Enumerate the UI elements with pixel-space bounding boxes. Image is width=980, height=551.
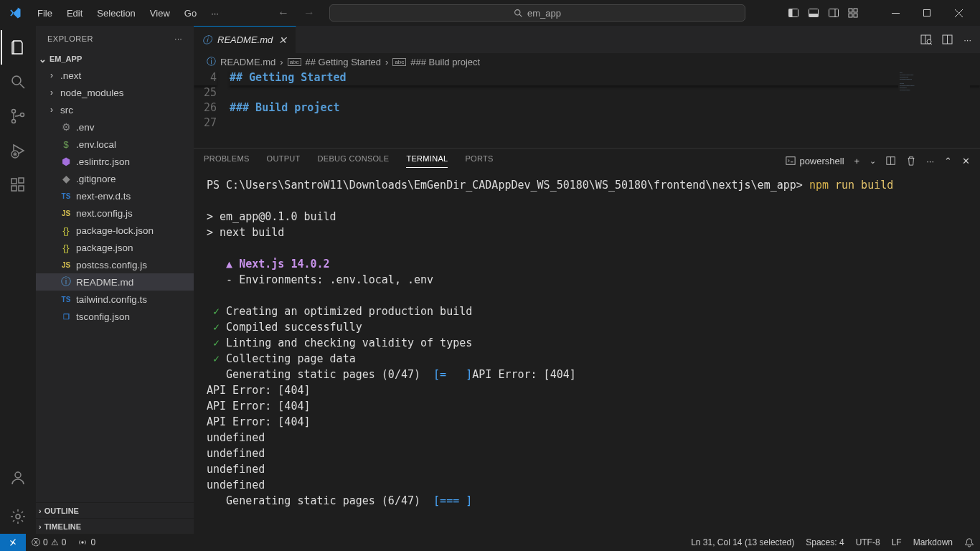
file-next-env[interactable]: TSnext-env.d.ts — [36, 187, 194, 204]
project-root[interactable]: ⌄ EM_APP — [36, 51, 194, 67]
window-minimize-icon[interactable] — [880, 0, 911, 26]
status-spaces[interactable]: Spaces: 4 — [800, 537, 849, 547]
svg-rect-10 — [849, 14, 852, 17]
svg-rect-26 — [19, 178, 24, 183]
editor-tabs: ⓘ README.md ✕ ··· — [194, 26, 980, 53]
panel-tab-problems[interactable]: PROBLEMS — [204, 154, 250, 167]
status-language[interactable]: Markdown — [908, 537, 958, 547]
svg-rect-25 — [19, 186, 24, 191]
sidebar-explorer: EXPLORER ··· ⌄ EM_APP ›.next ›node_modul… — [36, 26, 194, 534]
file-postcss[interactable]: JSpostcss.config.js — [36, 256, 194, 273]
svg-rect-11 — [854, 14, 857, 17]
svg-point-27 — [15, 472, 21, 478]
vscode-logo — [9, 6, 23, 20]
chevron-up-icon[interactable]: ⌃ — [944, 156, 952, 166]
terminal-kill-icon[interactable] — [906, 156, 916, 166]
activity-settings-icon[interactable] — [1, 499, 35, 534]
outline-section[interactable]: ›OUTLINE — [36, 502, 194, 518]
warning-icon: ⚠ — [51, 537, 59, 547]
menu-edit[interactable]: Edit — [61, 5, 88, 22]
nav-back-icon[interactable]: ← — [278, 6, 289, 19]
activity-account-icon[interactable] — [1, 461, 35, 495]
file-env-local[interactable]: $.env.local — [36, 136, 194, 153]
command-center-search[interactable]: em_app — [329, 4, 745, 22]
file-tsconfig[interactable]: ❒tsconfig.json — [36, 308, 194, 325]
chevron-right-icon: › — [39, 507, 42, 515]
chevron-right-icon: › — [47, 105, 56, 115]
file-readme[interactable]: ⓘREADME.md — [36, 273, 194, 291]
file-package-lock[interactable]: {}package-lock.json — [36, 222, 194, 239]
window-close-icon[interactable] — [943, 0, 974, 26]
layout-toggle-left-icon[interactable] — [785, 4, 802, 22]
close-icon[interactable]: ✕ — [962, 156, 970, 166]
terminal-new-icon[interactable]: + — [854, 156, 860, 166]
breadcrumb[interactable]: ⓘ README.md › abc ## Getting Started › a… — [194, 53, 980, 70]
terminal-content[interactable]: PS C:\Users\SantroW11\Downloads\EmGenDir… — [194, 173, 980, 534]
git-icon: ◆ — [60, 173, 72, 184]
bell-icon[interactable] — [958, 537, 980, 547]
status-encoding[interactable]: UTF-8 — [850, 537, 886, 547]
file-gitignore[interactable]: ◆.gitignore — [36, 170, 194, 187]
explorer-more-icon[interactable]: ··· — [174, 34, 182, 43]
folder-src[interactable]: ›src — [36, 101, 194, 118]
window-maximize-icon[interactable] — [911, 0, 943, 26]
activity-scm-icon[interactable] — [1, 99, 35, 133]
code-line: ### Build project — [230, 101, 340, 114]
minimap[interactable]: ▬▬▬▬▬▬▬▬▬▬▬▬▬▬▬▬▬▬▬▬▬▬▬▬▬▬▬▬▬▬▬▬▬▬▬▬▬▬▬▬… — [898, 70, 970, 148]
layout-customize-icon[interactable] — [845, 4, 862, 22]
folder-node-modules[interactable]: ›node_modules — [36, 84, 194, 101]
svg-line-17 — [20, 84, 24, 88]
panel-tab-ports[interactable]: PORTS — [465, 154, 493, 167]
tab-readme[interactable]: ⓘ README.md ✕ — [194, 26, 296, 53]
activity-explorer-icon[interactable] — [1, 30, 35, 65]
more-icon[interactable]: ··· — [963, 34, 971, 45]
file-package[interactable]: {}package.json — [36, 239, 194, 256]
chevron-right-icon: › — [39, 522, 42, 531]
menu-view[interactable]: View — [144, 5, 176, 22]
gear-icon: ⚙ — [60, 121, 72, 133]
timeline-section[interactable]: ›TIMELINE — [36, 518, 194, 534]
nav-forward-icon[interactable]: → — [303, 6, 315, 19]
panel-tab-output[interactable]: OUTPUT — [267, 154, 301, 167]
menu-go[interactable]: Go — [179, 5, 202, 22]
file-tailwind[interactable]: TStailwind.config.ts — [36, 291, 194, 308]
js-icon: JS — [60, 261, 72, 269]
activity-extensions-icon[interactable] — [1, 168, 35, 202]
more-icon[interactable]: ··· — [926, 156, 934, 166]
panel-tab-terminal[interactable]: TERMINAL — [406, 154, 448, 168]
menu-more[interactable]: ··· — [205, 5, 225, 22]
folder-next[interactable]: ›.next — [36, 67, 194, 84]
terminal-split-icon[interactable] — [886, 156, 896, 166]
chevron-down-icon: ⌄ — [39, 54, 47, 65]
activity-debug-icon[interactable] — [1, 133, 35, 168]
status-eol[interactable]: LF — [886, 537, 908, 547]
svg-rect-23 — [11, 179, 17, 184]
svg-point-20 — [21, 113, 24, 117]
layout-toggle-bottom-icon[interactable] — [805, 4, 822, 22]
json-icon: {} — [60, 225, 72, 236]
terminal-shell-icon[interactable]: powershell — [786, 156, 844, 166]
panel-tab-debug[interactable]: DEBUG CONSOLE — [318, 154, 390, 167]
file-env[interactable]: ⚙.env — [36, 118, 194, 136]
remote-indicator-icon[interactable] — [0, 534, 26, 551]
menu-file[interactable]: File — [32, 5, 58, 22]
error-icon: ⓧ — [32, 537, 40, 549]
status-ports[interactable]: 0 — [72, 537, 101, 547]
chevron-down-icon[interactable]: ⌄ — [870, 156, 876, 166]
eslint-icon: ⬢ — [60, 156, 72, 167]
svg-rect-6 — [829, 9, 839, 17]
preview-icon[interactable] — [920, 34, 932, 45]
status-cursor[interactable]: Ln 31, Col 14 (13 selected) — [685, 537, 800, 547]
close-icon[interactable]: ✕ — [278, 34, 287, 46]
activity-search-icon[interactable] — [1, 65, 35, 99]
file-next-config[interactable]: JSnext.config.js — [36, 204, 194, 222]
split-icon[interactable] — [942, 34, 953, 45]
file-eslintrc[interactable]: ⬢.eslintrc.json — [36, 153, 194, 170]
menu-selection[interactable]: Selection — [91, 5, 141, 22]
status-errors[interactable]: ⓧ0 ⚠0 — [26, 537, 72, 549]
svg-point-18 — [12, 110, 16, 113]
editor-code[interactable]: 4 25 26 27 ## Getting Started ### Build … — [194, 70, 980, 148]
layout-toggle-right-icon[interactable] — [825, 4, 842, 22]
editor-area: ⓘ README.md ✕ ··· ⓘ README.md › abc ## G… — [194, 26, 980, 534]
line-gutter: 4 25 26 27 — [194, 70, 230, 148]
